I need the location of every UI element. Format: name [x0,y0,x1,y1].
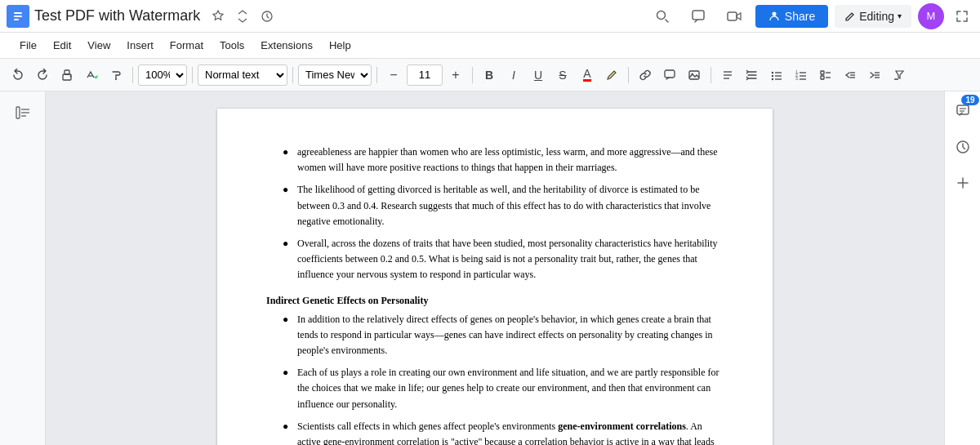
undo-button[interactable] [7,64,29,87]
list-item: ● Scientists call effects in which genes… [266,419,724,445]
redo-button[interactable] [31,64,54,87]
svg-point-5 [657,11,665,19]
highlight-button[interactable] [600,64,623,87]
document-content[interactable]: ● agreeableness are happier than women w… [266,145,724,445]
zoom-select[interactable]: 100% 75% 125% 150% [138,65,187,86]
title-icons [208,7,277,26]
underline-button[interactable]: U [527,64,550,87]
comment-icon[interactable] [684,2,713,31]
divider-7 [710,67,711,83]
divider-5 [472,67,473,83]
insert-image-button[interactable] [683,64,706,87]
document-title: Test PDF with Watermark [34,7,200,24]
svg-point-20 [772,74,773,76]
list-item: ● Each of us plays a role in creating ou… [266,365,724,412]
print-button[interactable] [56,64,78,87]
menu-extensions[interactable]: Extensions [254,36,319,55]
decrease-indent-button[interactable] [839,64,862,87]
svg-point-19 [772,71,773,73]
title-bar: Test PDF with Watermark Share [0,0,980,33]
svg-rect-7 [728,12,737,20]
svg-rect-9 [63,74,71,80]
insert-comment-button[interactable] [658,64,681,87]
svg-rect-67 [957,105,969,114]
paragraph-text: The likelihood of getting divorced is he… [297,182,724,229]
history-icon[interactable] [257,7,277,26]
title-bar-left: Test PDF with Watermark [7,5,277,28]
spellcheck-button[interactable] [80,64,103,87]
sidebar-toggle [0,91,46,445]
expand-tab-button[interactable] [950,170,976,196]
svg-rect-2 [14,16,22,17]
bullet-dot: ● [283,419,292,445]
bullet-dot: ● [283,236,292,283]
checklist-button[interactable] [814,64,837,87]
paragraph-text: Scientists call effects in which genes a… [297,419,724,445]
chevron-down-icon: ▾ [898,11,902,20]
expand-icon[interactable] [951,5,973,28]
main-area: 1 2 3 4 5 6 [0,91,980,445]
move-icon[interactable] [233,7,252,26]
editing-mode-button[interactable]: Editing ▾ [835,5,911,28]
align-button[interactable] [716,64,739,87]
menu-bar: File Edit View Insert Format Tools Exten… [0,33,980,59]
paragraph-text: Overall, across the dozens of traits tha… [297,236,724,283]
font-size-increase-button[interactable]: + [444,64,467,87]
tab-sidebar: 19 [944,91,980,445]
title-bar-right: Share Editing ▾ M [648,2,973,31]
menu-insert[interactable]: Insert [120,36,160,55]
menu-view[interactable]: View [81,36,117,55]
style-select[interactable]: Normal text Heading 1 Heading 2 Heading … [198,65,287,86]
font-size-input[interactable] [407,65,443,86]
svg-rect-3 [14,19,19,20]
menu-edit[interactable]: Edit [47,36,78,55]
insert-link-button[interactable] [634,64,657,87]
italic-button[interactable]: I [502,64,525,87]
svg-rect-1 [14,12,22,14]
document-page[interactable]: ● agreeableness are happier than women w… [217,109,773,445]
list-item: ● The likelihood of getting divorced is … [266,182,724,229]
list-item: ● agreeableness are happier than women w… [266,145,724,176]
svg-rect-42 [16,107,20,118]
clock-tab-button[interactable] [950,134,976,160]
menu-tools[interactable]: Tools [213,36,251,55]
menu-file[interactable]: File [13,36,43,55]
paragraph-text: In addition to the relatively direct eff… [297,312,724,359]
svg-point-21 [772,78,773,79]
bulleted-list-button[interactable] [765,64,788,87]
paint-format-button[interactable] [105,64,127,87]
share-button[interactable]: Share [755,5,828,28]
strikethrough-button[interactable]: S [551,64,574,87]
avatar[interactable]: M [918,3,944,29]
font-size-decrease-button[interactable]: − [382,64,405,87]
meet-icon[interactable] [719,2,749,31]
divider-4 [376,67,377,83]
app-icon [7,5,29,28]
menu-help[interactable]: Help [323,36,358,55]
divider-2 [192,67,193,83]
comment-tab-wrapper: 19 [950,98,976,124]
bullet-dot: ● [283,365,292,412]
text-color-button[interactable]: A [576,64,599,87]
list-item: ● Overall, across the dozens of traits t… [266,236,724,283]
outline-icon[interactable] [10,100,36,126]
numbered-list-button[interactable]: 1.2.3. [790,64,813,87]
bullet-dot: ● [283,182,292,229]
search-icon[interactable] [648,2,677,31]
comment-count-badge: 19 [961,95,978,105]
star-icon[interactable] [208,7,228,26]
menu-format[interactable]: Format [163,36,210,55]
line-spacing-button[interactable] [741,64,764,87]
svg-rect-14 [689,71,699,79]
svg-rect-12 [115,78,117,80]
increase-indent-button[interactable] [863,64,886,87]
document-area[interactable]: 1 2 3 4 5 6 [46,91,944,445]
list-item: ● In addition to the relatively direct e… [266,312,724,359]
section-heading: Indirect Genetic Effects on Personality [266,293,724,309]
divider-1 [132,67,133,83]
svg-rect-13 [665,70,675,78]
clear-formatting-button[interactable] [888,64,911,87]
bold-button[interactable]: B [478,64,501,87]
bullet-dot: ● [283,312,292,359]
font-select[interactable]: Times New R... Arial Georgia Verdana [298,65,372,86]
